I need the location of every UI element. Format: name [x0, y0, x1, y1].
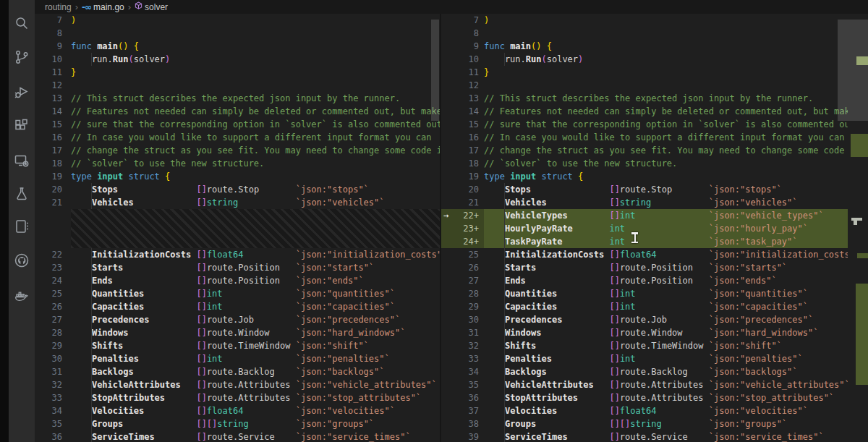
code-line[interactable]: 27 Ends []route.Position `json:"ends"` [441, 274, 868, 287]
code-line[interactable]: 20 Stops []route.Stop `json:"stops"` [35, 183, 440, 196]
line-number[interactable]: 22 [35, 248, 71, 261]
line-number[interactable]: 14 [35, 105, 71, 118]
line-number[interactable]: 28 [35, 326, 71, 339]
line-number[interactable]: 36 [441, 391, 484, 404]
minimap-diff-added-marker[interactable] [851, 134, 868, 157]
line-number[interactable]: 19 [441, 170, 484, 183]
github-icon[interactable] [13, 252, 30, 269]
code-line[interactable]: 9func main() { [441, 40, 868, 53]
code-line[interactable]: 7) [441, 14, 868, 27]
source-control-icon[interactable] [13, 48, 30, 66]
line-number[interactable]: 32 [35, 378, 71, 391]
run-and-debug-icon[interactable] [13, 83, 30, 101]
code-line[interactable]: 23 Starts []route.Position `json:"starts… [35, 261, 440, 274]
line-number[interactable]: 35 [35, 417, 71, 430]
code-line-added[interactable]: 23+ HourlyPayRate int `json:"hourly_pay"… [441, 222, 868, 235]
breadcrumb-folder[interactable]: routing [45, 1, 72, 14]
code-line[interactable]: 10 run.Run(solver) [35, 53, 440, 66]
line-number[interactable]: 20 [35, 183, 71, 196]
code-line[interactable]: 39 ServiceTimes []route.Service `json:"s… [441, 430, 868, 442]
code-line[interactable]: 19type input struct { [35, 170, 440, 183]
code-line[interactable]: 13// This struct describes the expected … [35, 92, 440, 105]
line-number[interactable]: 14 [441, 105, 484, 118]
search-icon[interactable] [13, 14, 30, 32]
notebook-icon[interactable] [13, 218, 30, 235]
diff-pane-modified[interactable]: 7)89func main() {10 run.Run(solver)11}12… [441, 14, 868, 442]
line-number[interactable]: 30 [441, 313, 484, 326]
code-line[interactable]: 34 Backlogs []route.Backlog `json:"backl… [441, 365, 868, 378]
code-line[interactable]: 16// In case you would like to support a… [35, 131, 440, 144]
code-line[interactable]: 10 run.Run(solver) [441, 53, 868, 66]
line-number[interactable]: 21 [35, 196, 71, 209]
line-number[interactable]: 12 [441, 79, 484, 92]
extensions-icon[interactable] [13, 117, 30, 135]
minimap-diff-added-marker[interactable] [856, 284, 868, 385]
line-number[interactable]: 10 [441, 53, 484, 66]
code-line[interactable]: 28 Quantities []int `json:"quantities"` [441, 287, 868, 300]
line-number[interactable]: 22+→ [441, 209, 484, 222]
code-line[interactable]: 7) [35, 14, 440, 27]
code-line[interactable]: 12 [441, 79, 868, 92]
line-number[interactable]: 26 [35, 300, 71, 313]
code-line[interactable]: 18// `solver` to use the new structure. [441, 157, 868, 170]
line-number[interactable]: 23+ [441, 222, 484, 235]
line-number[interactable]: 35 [441, 378, 484, 391]
code-line[interactable]: 36 ServiceTimes []route.Service `json:"s… [35, 430, 440, 442]
code-line[interactable]: 11} [35, 66, 440, 79]
code-line[interactable]: 20 Stops []route.Stop `json:"stops"` [441, 183, 868, 196]
line-number[interactable]: 13 [441, 92, 484, 105]
line-number[interactable]: 16 [441, 131, 484, 144]
code-line[interactable]: 24 Ends []route.Position `json:"ends"` [35, 274, 440, 287]
diff-pane-original[interactable]: 7)89func main() {10 run.Run(solver)11}12… [35, 14, 440, 442]
code-line[interactable]: 29 Capacities []int `json:"capacities"` [441, 300, 868, 313]
code-line[interactable]: 26 Capacities []int `json:"capacities"` [35, 300, 440, 313]
code-line[interactable]: 29 Shifts []route.TimeWindow `json:"shif… [35, 339, 440, 352]
code-line[interactable]: 14// Features not needed can simply be d… [441, 105, 868, 118]
code-line[interactable]: 30 Precedences []route.Job `json:"preced… [441, 313, 868, 326]
line-number[interactable]: 21 [441, 196, 484, 209]
code-line[interactable]: 33 Penalties []int `json:"penalties"` [441, 352, 868, 365]
line-number[interactable]: 12 [35, 79, 71, 92]
docker-icon[interactable] [13, 286, 30, 304]
code-line[interactable]: 38 Groups [][]string `json:"groups"` [441, 417, 868, 430]
code-line[interactable]: 12 [35, 79, 440, 92]
line-number[interactable]: 32 [441, 339, 484, 352]
line-number[interactable]: 13 [35, 92, 71, 105]
code-line[interactable]: 19type input struct { [441, 170, 868, 183]
line-number[interactable]: 25 [35, 287, 71, 300]
code-line[interactable]: 34 Velocities []float64 `json:"velocitie… [35, 404, 440, 417]
code-line[interactable]: 15// sure that the corresponding option … [35, 118, 440, 131]
code-line[interactable]: 14// Features not needed can simply be d… [35, 105, 440, 118]
line-number[interactable]: 17 [441, 144, 484, 157]
line-number[interactable]: 33 [441, 352, 484, 365]
line-number[interactable]: 15 [441, 118, 484, 131]
code-line[interactable]: 32 Shifts []route.TimeWindow `json:"shif… [441, 339, 868, 352]
line-number[interactable]: 31 [441, 326, 484, 339]
code-line[interactable]: 17// change the struct as you see fit. Y… [35, 144, 440, 157]
line-number[interactable]: 26 [441, 261, 484, 274]
code-line[interactable]: 8 [441, 27, 868, 40]
code-line[interactable]: 25 InitializationCosts []float64 `json:"… [441, 248, 868, 261]
line-number[interactable]: 28 [441, 287, 484, 300]
code-line[interactable]: 9func main() { [35, 40, 440, 53]
code-line[interactable]: 15// sure that the corresponding option … [441, 118, 868, 131]
line-number[interactable]: 37 [441, 404, 484, 417]
code-line[interactable]: 35 Groups [][]string `json:"groups"` [35, 417, 440, 430]
line-number[interactable]: 38 [441, 417, 484, 430]
line-number[interactable]: 11 [35, 66, 71, 79]
line-number[interactable]: 9 [35, 40, 71, 53]
code-line[interactable]: 17// change the struct as you see fit. Y… [441, 144, 868, 157]
code-line[interactable]: 22 InitializationCosts []float64 `json:"… [35, 248, 440, 261]
line-number[interactable]: 10 [35, 53, 71, 66]
code-line[interactable]: 37 Velocities []float64 `json:"velocitie… [441, 404, 868, 417]
line-number[interactable]: 27 [35, 313, 71, 326]
line-number[interactable]: 7 [35, 14, 71, 27]
remote-explorer-icon[interactable] [13, 152, 30, 169]
line-number[interactable]: 33 [35, 391, 71, 404]
testing-beaker-icon[interactable] [13, 185, 30, 203]
line-number[interactable]: 29 [35, 339, 71, 352]
line-number[interactable]: 15 [35, 118, 71, 131]
code-line[interactable]: 30 Penalties []int `json:"penalties"` [35, 352, 440, 365]
code-line[interactable]: 21 Vehicles []string `json:"vehicles"` [35, 196, 440, 209]
code-line[interactable]: 32 VehicleAttributes []route.Attributes … [35, 378, 440, 391]
